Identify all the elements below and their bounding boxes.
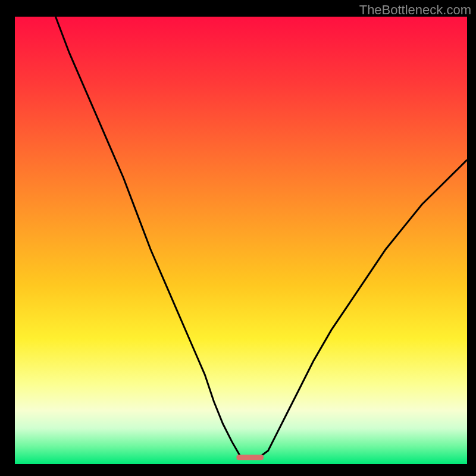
chart-container: TheBottleneck.com: [0, 0, 476, 476]
optimum-marker: [236, 455, 264, 460]
attribution-text: TheBottleneck.com: [359, 2, 471, 18]
chart-svg: [15, 17, 467, 464]
plot-area: [15, 17, 467, 464]
